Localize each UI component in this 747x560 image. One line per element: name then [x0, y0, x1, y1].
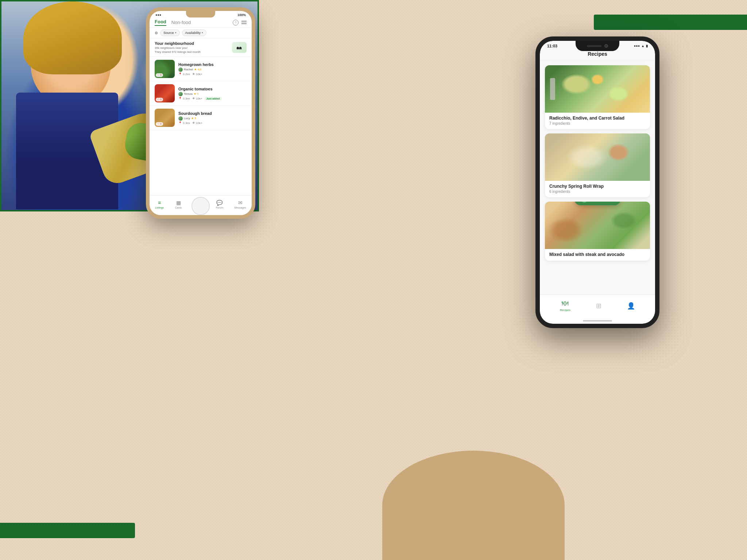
speaker [587, 45, 601, 47]
badge-just-added: Just added [205, 97, 222, 100]
listing-count-herbs: 👁 10k+ [192, 73, 202, 76]
seller-rating-bread: ★ 5 [191, 117, 196, 120]
tan-decorative-blob [382, 451, 565, 560]
phone1-battery: 100% [237, 13, 246, 17]
tab-food[interactable]: Food [155, 19, 166, 26]
listing-count-bread: 👁 10k+ [192, 121, 202, 125]
messages-icon: ✉ [237, 200, 244, 206]
nav-icons: ? [233, 20, 247, 26]
neighbourhood-icon[interactable]: 🏘 [232, 42, 247, 53]
bottom-nav-cards[interactable]: ▦ Cards [175, 200, 182, 209]
status-right-icons: ●●● ▲ ▮ [634, 44, 648, 48]
recipe-info-wrap: Crunchy Spring Roll Wrap 6 ingredients [545, 181, 650, 197]
listings-icon: ≡ [156, 200, 163, 206]
recipe-image-salad [545, 65, 650, 113]
listing-meta-tomatoes: 📍 0.3mi 👁 10k+ Just added [178, 97, 247, 100]
listing-info-bread: Sourdough bread Lucy ★ 5 📍 0.3mi 👁 10k+ [178, 111, 247, 125]
neighbourhood-section: Your neighbourhood 35k neighbours near y… [150, 38, 252, 57]
phone2-home-indicator [583, 320, 612, 322]
listing-distance-tomatoes: 📍 0.3mi [178, 97, 190, 100]
phone2-time: 11:03 [547, 44, 557, 48]
listing-distance-bread: 📍 0.3mi [178, 121, 190, 125]
phone2-screen: 11:03 ●●● ▲ ▮ Recipes Radicchio, Endive,… [540, 41, 655, 324]
bottom-nav-listings[interactable]: ≡ Listings [155, 200, 164, 209]
profile-nav-icon: 👤 [627, 302, 635, 310]
seller-rating-herbs: ★ 4.8 [194, 68, 201, 71]
phone2-device: 11:03 ●●● ▲ ▮ Recipes Radicchio, Endive,… [535, 36, 659, 328]
seller-avatar-tomatoes [178, 92, 183, 96]
cards-icon: ▦ [175, 200, 182, 206]
listing-item-herbs[interactable]: ♡ 9 Homegrown herbs Rachel ★ 4.8 📍 0.2mi… [150, 57, 252, 81]
seller-name-herbs: Rachel [184, 68, 193, 71]
phone2-header: Recipes [540, 50, 655, 61]
signal-icon: ●●● [634, 44, 640, 48]
filter-count: 2 [581, 202, 588, 203]
listing-name-tomatoes: Organic tomatoes [178, 87, 247, 91]
filter-bar: ⚙ Source Availability [150, 28, 252, 38]
phone1-container: ●●● 9:41 AM 100% Food Non-food ? ⚙ Sourc… [146, 7, 255, 219]
battery-icon: ▮ [646, 44, 648, 48]
recipe-image-steak: 2 Active filters [545, 202, 650, 249]
bottom-nav-messages[interactable]: ✉ Messages [235, 200, 246, 209]
messages-label: Messages [235, 206, 246, 209]
listing-name-bread: Sourdough bread [178, 111, 247, 116]
phone2-container: 11:03 ●●● ▲ ▮ Recipes Radicchio, Endive,… [535, 36, 659, 328]
source-filter-btn[interactable]: Source [160, 30, 180, 36]
phone2-nav-recipes[interactable]: 🍽 Recipes [560, 300, 570, 312]
neighbourhood-desc2: They shared 972 listings last month [155, 50, 201, 54]
phone2-notch [576, 41, 619, 51]
recipes-nav-label: Recipes [560, 308, 570, 312]
recipe-title-salad: Radicchio, Endive, and Carrot Salad [549, 116, 646, 121]
listing-heart-tomatoes[interactable]: ♡ 6 [156, 98, 163, 101]
tab-nonfood[interactable]: Non-food [171, 20, 191, 25]
recipe-card-salad[interactable]: Radicchio, Endive, and Carrot Salad 7 in… [545, 65, 650, 129]
green-accent-bar-top [594, 15, 747, 30]
neighbourhood-desc1: 35k neighbours near you! [155, 46, 201, 50]
seller-rating-tomatoes: ★ 5 [194, 92, 199, 96]
listing-info-tomatoes: Organic tomatoes Tereza ★ 5 📍 0.3mi 👁 10… [178, 87, 247, 100]
neighbourhood-title: Your neighbourhood [155, 41, 201, 46]
recipe-ingredients-salad: 7 ingredients [549, 121, 646, 125]
filter-icon[interactable]: ⚙ [155, 31, 158, 35]
listing-heart-bread[interactable]: ♡ 8 [156, 122, 163, 126]
recipe-card-steak[interactable]: 2 Active filters Mixed salad with steak … [545, 202, 650, 261]
phone2-nav-profile[interactable]: 👤 [627, 302, 635, 310]
listing-heart-herbs[interactable]: ♡ 9 [156, 73, 163, 77]
recipe-ingredients-wrap: 6 ingredients [549, 190, 646, 194]
phone1-nav-bar: Food Non-food ? [150, 18, 252, 28]
listing-count-tomatoes: 👁 10k+ [192, 97, 202, 100]
listing-info-herbs: Homegrown herbs Rachel ★ 4.8 📍 0.2mi 👁 1… [178, 62, 247, 76]
phone1-carrier: ●●● [155, 13, 161, 17]
phone1-screen: ●●● 9:41 AM 100% Food Non-food ? ⚙ Sourc… [150, 11, 252, 215]
listing-meta-bread: 📍 0.3mi 👁 10k+ [178, 121, 247, 125]
phone1-home-button[interactable] [191, 197, 210, 215]
listing-name-herbs: Homegrown herbs [178, 62, 247, 67]
recipes-nav-icon: 🍽 [562, 300, 568, 307]
listing-item-tomatoes[interactable]: ♡ 6 Organic tomatoes Tereza ★ 5 📍 0.3mi … [150, 81, 252, 106]
listing-item-bread[interactable]: ♡ 8 Sourdough bread Lucy ★ 5 📍 0.3mi 👁 1… [150, 106, 252, 130]
cards-label: Cards [175, 206, 182, 209]
listing-meta-herbs: 📍 0.2mi 👁 10k+ [178, 73, 247, 76]
help-icon[interactable]: ? [233, 20, 239, 26]
recipe-title-wrap: Crunchy Spring Roll Wrap [549, 184, 646, 189]
wifi-icon: ▲ [641, 44, 645, 48]
phone2-bottom-nav: 🍽 Recipes ⊞ 👤 [540, 295, 655, 324]
seller-name-tomatoes: Tereza [184, 92, 193, 96]
listing-distance-herbs: 📍 0.2mi [178, 73, 190, 76]
recipe-image-wrap [545, 133, 650, 181]
recipe-card-wrap[interactable]: Crunchy Spring Roll Wrap 6 ingredients [545, 133, 650, 197]
recipe-info-steak: Mixed salad with steak and avocado [545, 249, 650, 261]
phone2-nav-grid[interactable]: ⊞ [596, 302, 601, 310]
listings-label: Listings [155, 206, 164, 209]
bottom-nav-forum[interactable]: 💬 Forum [216, 200, 223, 209]
seller-name-bread: Lucy [184, 117, 190, 120]
green-accent-bar-bottom [0, 523, 135, 538]
phone1-notch [186, 11, 215, 18]
forum-icon: 💬 [216, 200, 223, 206]
phone1-device: ●●● 9:41 AM 100% Food Non-food ? ⚙ Sourc… [146, 7, 255, 219]
camera [604, 44, 608, 48]
availability-filter-btn[interactable]: Availability [182, 30, 206, 36]
menu-icon[interactable] [241, 21, 247, 24]
active-filters-btn[interactable]: 2 Active filters [574, 202, 620, 205]
recipe-title-steak: Mixed salad with steak and avocado [549, 252, 646, 257]
